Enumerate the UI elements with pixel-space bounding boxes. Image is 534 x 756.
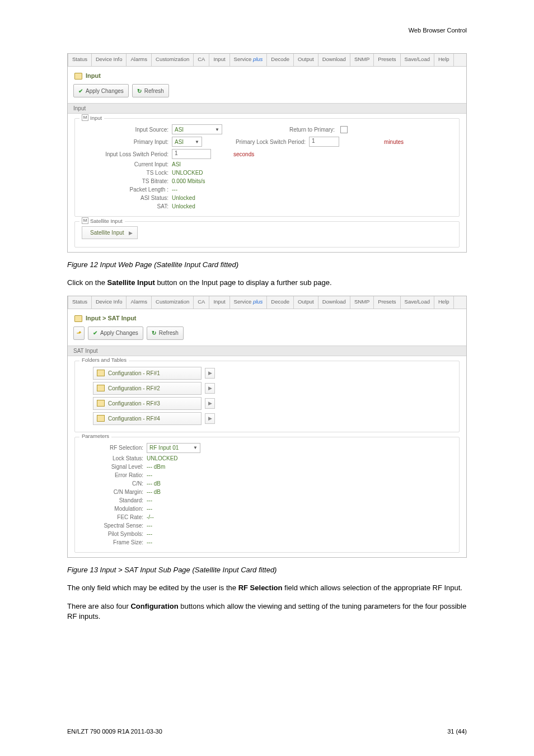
header-section: Web Browser Control <box>409 27 467 34</box>
loss-period-input[interactable]: 1 <box>172 149 211 159</box>
section-header-input: Input <box>68 103 466 114</box>
lbl-primary-input: Primary Input: <box>82 139 172 145</box>
check-icon: ✔ <box>93 330 97 336</box>
chevron-down-icon: ▼ <box>215 127 219 132</box>
breadcrumb: Input > SAT Input <box>68 309 466 323</box>
figure-caption-13: Figure 13 Input > SAT Input Sub Page (Sa… <box>67 566 467 574</box>
fieldset-parameters: Parameters RF Selection: RF Input 01▼ Lo… <box>74 437 460 553</box>
body-paragraph-2: The only field which may be edited by th… <box>67 583 467 593</box>
tab-download[interactable]: Download <box>318 54 350 66</box>
tab-customization[interactable]: Customization <box>152 296 194 309</box>
tab-download[interactable]: Download <box>318 296 350 309</box>
lbl-cn: C/N: <box>82 480 147 487</box>
lbl-modulation: Modulation: <box>82 506 147 512</box>
primary-period-input[interactable]: 1 <box>309 137 339 147</box>
lbl-cn-margin: C/N Margin: <box>82 489 147 495</box>
satellite-input-button[interactable]: Satellite Input ▶ <box>82 226 138 239</box>
tab-output[interactable]: Output <box>294 296 318 309</box>
refresh-icon: ↻ <box>137 88 142 94</box>
rf-selection-select[interactable]: RF Input 01▼ <box>147 443 200 453</box>
tabstrip: Status Device Info Alarms Customization … <box>68 296 466 309</box>
lbl-signal-level: Signal Level: <box>82 464 147 470</box>
val-lock-status: UNLOCKED <box>147 455 178 461</box>
val-ts-lock: UNLOCKED <box>172 170 203 176</box>
tab-help[interactable]: Help <box>434 54 454 66</box>
section-header-sat-input: SAT Input <box>68 346 466 356</box>
config-rf4-button[interactable]: Configuration - RF#4 <box>93 412 202 425</box>
tab-status[interactable]: Status <box>68 296 92 309</box>
folder-icon <box>97 400 105 407</box>
up-button[interactable]: ⬏ <box>73 326 85 340</box>
tab-device-info[interactable]: Device Info <box>92 54 127 66</box>
arrow-right-icon[interactable]: ▶ <box>205 413 215 424</box>
refresh-button[interactable]: ↻ Refresh <box>147 326 184 340</box>
body-paragraph-3: There are also four Configuration button… <box>67 601 467 621</box>
val-pkt-len: --- <box>172 186 177 193</box>
lbl-standard: Standard: <box>82 497 147 503</box>
lbl-primary-period: Primary Lock Switch Period: <box>236 139 306 145</box>
val-pilot-symbols: --- <box>147 531 152 537</box>
tab-ca[interactable]: CA <box>194 54 209 66</box>
tab-alarms[interactable]: Alarms <box>127 296 152 309</box>
tab-ca[interactable]: CA <box>194 296 209 309</box>
config-rf3-button[interactable]: Configuration - RF#3 <box>93 397 202 410</box>
folder-icon <box>74 315 82 322</box>
chevron-down-icon: ▼ <box>195 139 199 144</box>
footer-left: EN/LZT 790 0009 R1A 2011-03-30 <box>67 728 162 735</box>
refresh-button[interactable]: ↻ Refresh <box>132 84 169 97</box>
tab-input[interactable]: Input <box>209 54 229 66</box>
config-rf2-button[interactable]: Configuration - RF#2 <box>93 382 202 395</box>
tab-device-info[interactable]: Device Info <box>92 296 127 309</box>
footer-page-number: 31 (44) <box>447 728 467 735</box>
tab-save-load[interactable]: Save/Load <box>401 54 434 66</box>
config-rf1-button[interactable]: Configuration - RF#1 <box>93 367 202 380</box>
val-cn: --- dB <box>147 480 161 487</box>
tab-help[interactable]: Help <box>434 296 454 309</box>
tab-decode[interactable]: Decode <box>267 296 294 309</box>
tab-customization[interactable]: Customization <box>152 54 194 66</box>
tab-status[interactable]: Status <box>68 54 92 66</box>
lbl-rf-selection: RF Selection: <box>82 445 147 451</box>
lbl-asi-status: ASI Status: <box>82 195 172 201</box>
input-source-select[interactable]: ASI▼ <box>172 124 222 134</box>
val-cn-margin: --- dB <box>147 489 161 495</box>
figure-caption-12: Figure 12 Input Web Page (Satellite Inpu… <box>67 260 467 269</box>
chevron-down-icon: ▼ <box>193 445 198 450</box>
val-ts-bitrate: 0.000 Mbits/s <box>172 178 205 184</box>
up-arrow-icon: ⬏ <box>77 330 81 336</box>
folder-icon <box>97 370 105 376</box>
arrow-right-icon: ▶ <box>129 230 133 236</box>
check-icon: ✔ <box>78 88 83 94</box>
return-primary-checkbox[interactable] <box>340 126 348 133</box>
val-spectral-sense: --- <box>147 522 152 529</box>
tab-snmp[interactable]: SNMP <box>350 296 374 309</box>
val-asi-status: Unlocked <box>172 195 195 201</box>
page-footer: EN/LZT 790 0009 R1A 2011-03-30 31 (44) <box>67 728 467 735</box>
tab-output[interactable]: Output <box>294 54 318 66</box>
apply-changes-button[interactable]: ✔ Apply Changes <box>88 326 143 340</box>
tab-alarms[interactable]: Alarms <box>127 54 152 66</box>
lbl-pilot-symbols: Pilot Symbols: <box>82 531 147 537</box>
arrow-right-icon[interactable]: ▶ <box>205 383 215 394</box>
tab-presets[interactable]: Presets <box>374 54 400 66</box>
tab-decode[interactable]: Decode <box>267 54 294 66</box>
lbl-error-ratio: Error Ratio: <box>82 472 147 478</box>
tab-service-plus[interactable]: Service plus <box>230 296 268 309</box>
arrow-right-icon[interactable]: ▶ <box>205 398 215 409</box>
fieldset-folders-tables: Folders and Tables Configuration - RF#1▶… <box>74 361 460 432</box>
screenshot-sat-input-page: Status Device Info Alarms Customization … <box>67 296 467 558</box>
arrow-right-icon[interactable]: ▶ <box>205 368 215 379</box>
lbl-frame-size: Frame Size: <box>82 539 147 545</box>
m-badge-icon: M <box>82 217 88 224</box>
lbl-input-source: Input Source: <box>82 127 172 133</box>
tab-input[interactable]: Input <box>209 296 229 309</box>
val-current-input: ASI <box>172 161 181 167</box>
body-paragraph-1: Click on the Satellite Input button on t… <box>67 278 467 288</box>
tab-save-load[interactable]: Save/Load <box>401 296 434 309</box>
tab-snmp[interactable]: SNMP <box>350 54 374 66</box>
tab-presets[interactable]: Presets <box>374 296 400 309</box>
primary-input-select[interactable]: ASI▼ <box>172 137 202 147</box>
refresh-icon: ↻ <box>152 330 156 336</box>
apply-changes-button[interactable]: ✔ Apply Changes <box>73 84 129 97</box>
tab-service-plus[interactable]: Service plus <box>230 54 268 66</box>
